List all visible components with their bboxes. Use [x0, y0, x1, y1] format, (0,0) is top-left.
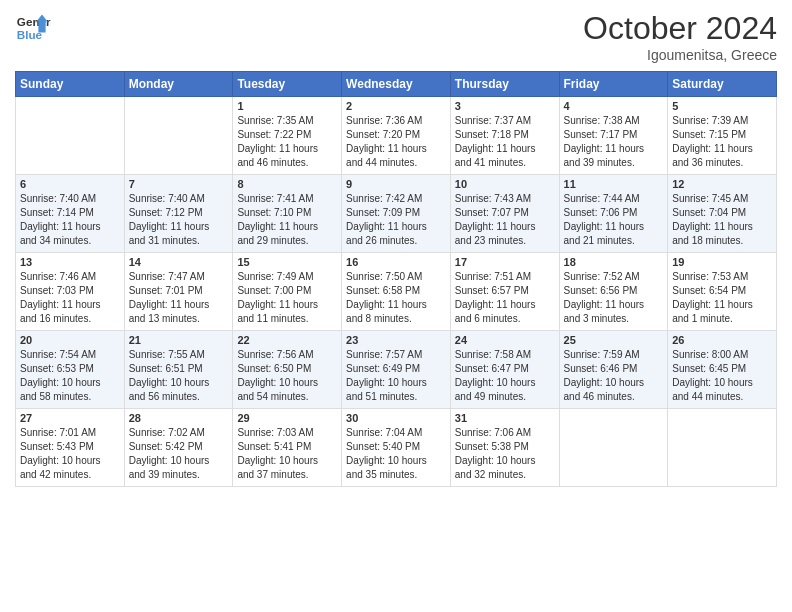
day-info: Sunrise: 7:54 AMSunset: 6:53 PMDaylight:…: [20, 348, 120, 404]
day-number: 22: [237, 334, 337, 346]
day-number: 26: [672, 334, 772, 346]
day-header-thursday: Thursday: [450, 72, 559, 97]
day-info: Sunrise: 7:57 AMSunset: 6:49 PMDaylight:…: [346, 348, 446, 404]
day-number: 5: [672, 100, 772, 112]
day-cell: 13Sunrise: 7:46 AMSunset: 7:03 PMDayligh…: [16, 253, 125, 331]
day-info: Sunrise: 7:06 AMSunset: 5:38 PMDaylight:…: [455, 426, 555, 482]
day-number: 15: [237, 256, 337, 268]
day-cell: 21Sunrise: 7:55 AMSunset: 6:51 PMDayligh…: [124, 331, 233, 409]
day-header-sunday: Sunday: [16, 72, 125, 97]
day-cell: 17Sunrise: 7:51 AMSunset: 6:57 PMDayligh…: [450, 253, 559, 331]
day-info: Sunrise: 7:35 AMSunset: 7:22 PMDaylight:…: [237, 114, 337, 170]
day-info: Sunrise: 7:03 AMSunset: 5:41 PMDaylight:…: [237, 426, 337, 482]
day-cell: 15Sunrise: 7:49 AMSunset: 7:00 PMDayligh…: [233, 253, 342, 331]
day-number: 9: [346, 178, 446, 190]
day-cell: 2Sunrise: 7:36 AMSunset: 7:20 PMDaylight…: [342, 97, 451, 175]
day-info: Sunrise: 7:55 AMSunset: 6:51 PMDaylight:…: [129, 348, 229, 404]
day-info: Sunrise: 7:43 AMSunset: 7:07 PMDaylight:…: [455, 192, 555, 248]
day-info: Sunrise: 7:37 AMSunset: 7:18 PMDaylight:…: [455, 114, 555, 170]
day-cell: 12Sunrise: 7:45 AMSunset: 7:04 PMDayligh…: [668, 175, 777, 253]
day-cell: 25Sunrise: 7:59 AMSunset: 6:46 PMDayligh…: [559, 331, 668, 409]
day-cell: [668, 409, 777, 487]
day-cell: [16, 97, 125, 175]
week-row-2: 6Sunrise: 7:40 AMSunset: 7:14 PMDaylight…: [16, 175, 777, 253]
day-number: 27: [20, 412, 120, 424]
day-info: Sunrise: 7:02 AMSunset: 5:42 PMDaylight:…: [129, 426, 229, 482]
day-number: 19: [672, 256, 772, 268]
day-cell: 6Sunrise: 7:40 AMSunset: 7:14 PMDaylight…: [16, 175, 125, 253]
day-info: Sunrise: 7:52 AMSunset: 6:56 PMDaylight:…: [564, 270, 664, 326]
day-cell: 24Sunrise: 7:58 AMSunset: 6:47 PMDayligh…: [450, 331, 559, 409]
day-number: 10: [455, 178, 555, 190]
day-number: 16: [346, 256, 446, 268]
day-info: Sunrise: 7:41 AMSunset: 7:10 PMDaylight:…: [237, 192, 337, 248]
day-cell: 27Sunrise: 7:01 AMSunset: 5:43 PMDayligh…: [16, 409, 125, 487]
day-info: Sunrise: 7:53 AMSunset: 6:54 PMDaylight:…: [672, 270, 772, 326]
day-number: 31: [455, 412, 555, 424]
day-info: Sunrise: 7:58 AMSunset: 6:47 PMDaylight:…: [455, 348, 555, 404]
logo: General Blue: [15, 10, 51, 46]
day-header-wednesday: Wednesday: [342, 72, 451, 97]
day-cell: 1Sunrise: 7:35 AMSunset: 7:22 PMDaylight…: [233, 97, 342, 175]
day-cell: 20Sunrise: 7:54 AMSunset: 6:53 PMDayligh…: [16, 331, 125, 409]
week-row-3: 13Sunrise: 7:46 AMSunset: 7:03 PMDayligh…: [16, 253, 777, 331]
day-info: Sunrise: 7:45 AMSunset: 7:04 PMDaylight:…: [672, 192, 772, 248]
day-cell: 26Sunrise: 8:00 AMSunset: 6:45 PMDayligh…: [668, 331, 777, 409]
week-row-4: 20Sunrise: 7:54 AMSunset: 6:53 PMDayligh…: [16, 331, 777, 409]
day-cell: 29Sunrise: 7:03 AMSunset: 5:41 PMDayligh…: [233, 409, 342, 487]
day-cell: [124, 97, 233, 175]
day-number: 7: [129, 178, 229, 190]
day-cell: 31Sunrise: 7:06 AMSunset: 5:38 PMDayligh…: [450, 409, 559, 487]
day-info: Sunrise: 7:01 AMSunset: 5:43 PMDaylight:…: [20, 426, 120, 482]
title-block: October 2024 Igoumenitsa, Greece: [583, 10, 777, 63]
day-header-tuesday: Tuesday: [233, 72, 342, 97]
day-info: Sunrise: 7:42 AMSunset: 7:09 PMDaylight:…: [346, 192, 446, 248]
day-number: 20: [20, 334, 120, 346]
day-info: Sunrise: 7:51 AMSunset: 6:57 PMDaylight:…: [455, 270, 555, 326]
header-row: SundayMondayTuesdayWednesdayThursdayFrid…: [16, 72, 777, 97]
month-title: October 2024: [583, 10, 777, 47]
day-number: 30: [346, 412, 446, 424]
day-info: Sunrise: 7:38 AMSunset: 7:17 PMDaylight:…: [564, 114, 664, 170]
day-number: 21: [129, 334, 229, 346]
day-cell: 14Sunrise: 7:47 AMSunset: 7:01 PMDayligh…: [124, 253, 233, 331]
day-number: 29: [237, 412, 337, 424]
day-number: 4: [564, 100, 664, 112]
day-cell: [559, 409, 668, 487]
day-number: 3: [455, 100, 555, 112]
page-header: General Blue October 2024 Igoumenitsa, G…: [15, 10, 777, 63]
day-info: Sunrise: 7:49 AMSunset: 7:00 PMDaylight:…: [237, 270, 337, 326]
logo-icon: General Blue: [15, 10, 51, 46]
day-number: 28: [129, 412, 229, 424]
day-number: 14: [129, 256, 229, 268]
day-cell: 9Sunrise: 7:42 AMSunset: 7:09 PMDaylight…: [342, 175, 451, 253]
day-info: Sunrise: 7:44 AMSunset: 7:06 PMDaylight:…: [564, 192, 664, 248]
day-cell: 16Sunrise: 7:50 AMSunset: 6:58 PMDayligh…: [342, 253, 451, 331]
day-number: 17: [455, 256, 555, 268]
day-cell: 5Sunrise: 7:39 AMSunset: 7:15 PMDaylight…: [668, 97, 777, 175]
day-number: 6: [20, 178, 120, 190]
week-row-1: 1Sunrise: 7:35 AMSunset: 7:22 PMDaylight…: [16, 97, 777, 175]
calendar-table: SundayMondayTuesdayWednesdayThursdayFrid…: [15, 71, 777, 487]
day-cell: 19Sunrise: 7:53 AMSunset: 6:54 PMDayligh…: [668, 253, 777, 331]
day-number: 13: [20, 256, 120, 268]
day-number: 8: [237, 178, 337, 190]
day-info: Sunrise: 7:47 AMSunset: 7:01 PMDaylight:…: [129, 270, 229, 326]
week-row-5: 27Sunrise: 7:01 AMSunset: 5:43 PMDayligh…: [16, 409, 777, 487]
day-number: 2: [346, 100, 446, 112]
day-cell: 18Sunrise: 7:52 AMSunset: 6:56 PMDayligh…: [559, 253, 668, 331]
day-info: Sunrise: 7:04 AMSunset: 5:40 PMDaylight:…: [346, 426, 446, 482]
svg-text:General: General: [17, 15, 51, 28]
day-info: Sunrise: 7:39 AMSunset: 7:15 PMDaylight:…: [672, 114, 772, 170]
location: Igoumenitsa, Greece: [583, 47, 777, 63]
day-header-friday: Friday: [559, 72, 668, 97]
day-number: 1: [237, 100, 337, 112]
day-info: Sunrise: 7:40 AMSunset: 7:14 PMDaylight:…: [20, 192, 120, 248]
day-number: 12: [672, 178, 772, 190]
day-number: 23: [346, 334, 446, 346]
day-cell: 3Sunrise: 7:37 AMSunset: 7:18 PMDaylight…: [450, 97, 559, 175]
day-cell: 30Sunrise: 7:04 AMSunset: 5:40 PMDayligh…: [342, 409, 451, 487]
day-info: Sunrise: 8:00 AMSunset: 6:45 PMDaylight:…: [672, 348, 772, 404]
day-cell: 4Sunrise: 7:38 AMSunset: 7:17 PMDaylight…: [559, 97, 668, 175]
day-info: Sunrise: 7:59 AMSunset: 6:46 PMDaylight:…: [564, 348, 664, 404]
